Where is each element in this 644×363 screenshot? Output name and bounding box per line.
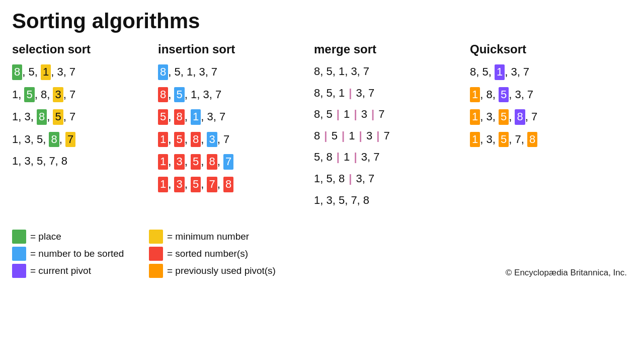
plain-text: , [217,155,223,168]
row-merge-sort-0: 8, 5, 1, 3, 7 [314,64,460,79]
highlight-purple: 5 [499,87,509,103]
plain-text: 1, 5, 8 [314,172,348,185]
plain-text: 5, 8 [314,151,336,163]
legend-box-blue [12,247,26,261]
plain-text: 1 [346,129,358,142]
divider-line: | [349,172,352,186]
highlight-yellow: 5 [53,109,63,125]
plain-text: 3 [358,108,370,120]
highlight-red: 5 [191,177,201,192]
plain-text: , 3, 7 [51,65,75,78]
row-insertion-sort-1: 8, 5, 1, 3, 7 [158,87,304,103]
highlight-yellow: 1 [41,64,51,80]
plain-text: , 8, [35,88,53,101]
footer-area: = place= minimum number= number to be so… [12,230,632,278]
copyright: © Encyclopædia Britannica, Inc. [506,268,632,278]
plain-text: 1, 3, [12,110,37,123]
plain-text: , [185,133,191,146]
plain-text: , [18,88,24,101]
plain-text: 8 [314,129,323,142]
legend-label-blue: = number to be sorted [30,248,124,259]
plain-text: , 7 [525,110,537,123]
plain-text: , 3, [480,110,499,123]
highlight-blue: 5 [174,87,184,103]
col-header-insertion-sort: insertion sort [158,42,304,56]
divider-line: | [324,129,327,143]
row-insertion-sort-5: 1, 3, 5, 7, 8 [158,177,304,192]
highlight-red: 1 [158,132,168,148]
plain-text: 3, 7 [358,151,380,163]
plain-text: , 3, [480,133,499,146]
highlight-red: 5 [174,132,184,148]
divider-line: | [337,150,340,165]
plain-text: 1 [341,151,353,163]
divider-line: | [376,129,379,143]
highlight-orange: 1 [470,87,480,103]
highlight-orange: 5 [499,132,509,148]
divider-line: | [354,150,357,165]
row-insertion-sort-3: 1, 5, 8, 3, 7 [158,132,304,148]
plain-text: , [217,178,223,190]
plain-text: , [509,110,515,123]
plain-text: , [168,178,174,190]
legend-item-green: = place [12,230,139,244]
row-merge-sort-1: 8, 5, 1 | 3, 7 [314,86,460,101]
plain-text: , [185,178,191,190]
row-selection-sort-1: 1, 5, 8, 3, 7 [12,87,148,103]
plain-text: 7 [375,108,384,120]
row-quicksort-2: 1, 3, 5, 8, 7 [470,109,621,125]
plain-text: , [201,155,207,168]
plain-text: 1, 3, 5, [12,133,49,146]
row-quicksort-1: 1, 8, 5, 3, 7 [470,87,621,103]
highlight-red: 8 [191,132,201,148]
highlight-blue: 8 [158,64,168,80]
row-selection-sort-3: 1, 3, 5, 8, 7 [12,132,148,148]
legend-box-green [12,230,26,244]
plain-text: , 3, 7 [509,88,533,101]
plain-text: 5 [329,129,341,142]
legend-label-purple: = current pivot [30,265,91,276]
highlight-orange: 1 [470,132,480,148]
legend-item-purple: = current pivot [12,264,139,278]
highlight-purple: 8 [515,109,525,125]
row-selection-sort-0: 8, 5, 1, 3, 7 [12,64,148,80]
plain-text: , [185,110,191,123]
algorithms-grid: selection sort8, 5, 1, 3, 71, 5, 8, 3, 7… [12,42,632,214]
plain-text: , 7 [217,133,229,146]
legend-item-blue: = number to be sorted [12,247,139,261]
highlight-red: 1 [158,177,168,192]
row-insertion-sort-2: 5, 8, 1, 3, 7 [158,109,304,125]
row-insertion-sort-0: 8, 5, 1, 3, 7 [158,64,304,80]
highlight-orange: 8 [527,132,537,148]
highlight-blue: 7 [223,154,233,170]
plain-text: 3 [363,129,375,142]
highlight-green: 8 [12,64,22,80]
legend-box-yellow [149,230,163,244]
plain-text: 8, 5 [314,108,336,120]
row-merge-sort-2: 8, 5 | 1 | 3 | 7 [314,107,460,122]
legend-label-red: = sorted number(s) [167,248,248,259]
plain-text: , [185,155,191,168]
plain-text: , [168,155,174,168]
row-selection-sort-2: 1, 3, 8, 5, 7 [12,109,148,125]
legend-label-yellow: = minimum number [167,231,249,242]
highlight-blue: 1 [191,109,201,125]
highlight-red: 5 [158,109,168,125]
highlight-red: 8 [223,177,233,192]
plain-text: , [168,133,174,146]
col-header-quicksort: Quicksort [470,42,621,56]
plain-text: 8, 5, 1, 3, 7 [314,65,369,78]
row-merge-sort-5: 1, 5, 8 | 3, 7 [314,172,460,186]
highlight-red: 8 [207,154,217,170]
plain-text: 7 [380,129,389,142]
plain-text: 3, 7 [353,172,374,185]
plain-text: , 8, [480,88,499,101]
plain-text: 1 [12,88,18,101]
highlight-red: 1 [158,154,168,170]
divider-line: | [349,86,352,101]
divider-line: | [371,107,374,122]
highlight-yellow: 7 [65,132,75,148]
highlight-green: 5 [24,87,34,103]
legend-box-purple [12,264,26,278]
plain-text: , 3, 7 [505,65,529,78]
